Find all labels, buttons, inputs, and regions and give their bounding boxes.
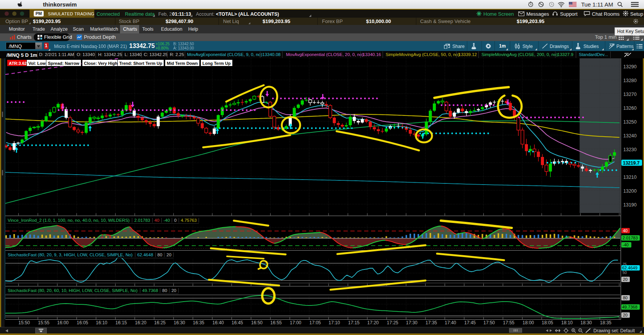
svg-text:16:05: 16:05 (77, 320, 88, 325)
svg-text:16:20: 16:20 (135, 320, 146, 325)
svg-text:15:55: 15:55 (38, 320, 49, 325)
svg-text:49.7368: 49.7368 (622, 305, 637, 309)
svg-text:16:35: 16:35 (193, 320, 204, 325)
svg-text:16:10: 16:10 (96, 320, 107, 325)
svg-text:17:10: 17:10 (329, 320, 340, 325)
svg-text:13280: 13280 (623, 78, 637, 83)
svg-text:13260: 13260 (623, 106, 637, 111)
svg-text:13230: 13230 (623, 147, 637, 152)
svg-text:17:15: 17:15 (348, 320, 360, 325)
svg-text:17:35: 17:35 (426, 320, 437, 325)
svg-text:15:50: 15:50 (18, 320, 30, 325)
svg-text:13210: 13210 (623, 175, 637, 180)
svg-text:17:50: 17:50 (483, 320, 495, 325)
svg-text:16:25: 16:25 (154, 320, 166, 325)
svg-text:-40: -40 (623, 243, 629, 247)
svg-text:13290: 13290 (623, 64, 637, 69)
svg-text:62.4649: 62.4649 (622, 266, 637, 270)
svg-text:16:50: 16:50 (251, 320, 263, 325)
svg-text:20: 20 (623, 277, 628, 282)
svg-text:18:00: 18:00 (522, 320, 534, 325)
svg-text:16:55: 16:55 (270, 320, 282, 325)
svg-text:16:30: 16:30 (174, 320, 185, 325)
svg-text:17:55: 17:55 (503, 320, 514, 325)
svg-text:13200: 13200 (623, 188, 637, 194)
svg-text:40: 40 (623, 228, 628, 233)
svg-text:18:30: 18:30 (580, 320, 592, 325)
svg-text:17:05: 17:05 (309, 320, 321, 325)
svg-text:16:15: 16:15 (115, 320, 127, 325)
svg-text:18:10: 18:10 (561, 320, 573, 325)
svg-text:2.01783: 2.01783 (623, 236, 638, 240)
svg-text:17:45: 17:45 (464, 320, 476, 325)
svg-text:13219.7: 13219.7 (623, 160, 640, 166)
svg-text:13270: 13270 (623, 92, 637, 97)
svg-text:50: 50 (623, 271, 627, 275)
svg-text:16:40: 16:40 (212, 320, 224, 325)
svg-text:17:20: 17:20 (367, 320, 379, 325)
svg-text:18:35: 18:35 (600, 320, 611, 325)
svg-text:17:40: 17:40 (445, 320, 456, 325)
svg-text:17:30: 17:30 (406, 320, 417, 325)
svg-text:13190: 13190 (623, 202, 637, 208)
svg-text:17:00: 17:00 (290, 320, 301, 325)
svg-text:16:00: 16:00 (57, 320, 69, 325)
svg-text:20: 20 (623, 313, 628, 317)
svg-text:13240: 13240 (623, 133, 637, 139)
svg-text:80: 80 (623, 295, 628, 300)
svg-text:18:05: 18:05 (542, 320, 553, 325)
svg-text:17:25: 17:25 (387, 320, 398, 325)
svg-text:16:45: 16:45 (232, 320, 243, 325)
svg-text:13250: 13250 (623, 119, 637, 125)
